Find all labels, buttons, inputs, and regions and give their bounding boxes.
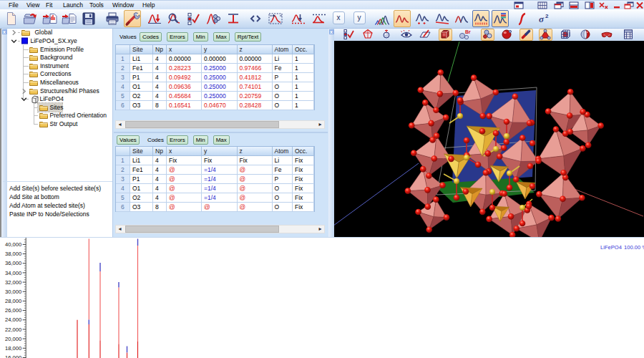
column-header-Occ.[interactable]: Occ. [293,45,314,54]
horizontal-scrollbar[interactable]: ◂▸ [115,120,325,129]
tab-min[interactable]: Min [193,32,208,42]
site-row-p1[interactable]: 3P14@=1/4@PFix [116,175,314,184]
cell-atom[interactable]: Fe [273,64,293,73]
background-curve-button[interactable] [434,10,451,27]
cell-x[interactable]: @ [167,203,202,212]
tab-max[interactable]: Max [213,135,230,145]
chevron-right-icon[interactable] [21,88,27,96]
win-new-window-icon[interactable] [514,1,524,9]
cell-y[interactable]: =1/4 [202,165,238,175]
scans-stack-button[interactable] [374,10,391,27]
cell-np[interactable]: 4 [153,82,167,92]
column-header-z[interactable]: z [238,45,273,54]
axis-y-button[interactable]: y [353,11,366,24]
cell-site[interactable]: Li1 [130,156,153,165]
peak-baseline-button[interactable] [310,10,327,27]
cell-occ[interactable]: 1 [293,82,314,92]
cell-x[interactable]: 0.45684 [167,92,202,101]
scrollbar-thumb[interactable] [125,226,279,233]
cell-occ[interactable]: Fix [293,184,314,193]
cell-site[interactable]: P1 [130,73,153,82]
cell-site[interactable]: O2 [130,193,153,203]
cell-site[interactable]: Fe1 [130,64,153,73]
new-document-button[interactable] [3,10,20,27]
cell-z[interactable]: 0.20759 [238,92,273,101]
cell-z[interactable]: Fix [238,156,273,165]
cell-np[interactable]: 4 [153,165,167,175]
atom-pin-button[interactable] [380,29,394,41]
column-header-Atom[interactable]: Atom [273,45,293,54]
column-header-Occ.[interactable]: Occ. [293,147,314,156]
action-add-site-s-before-selected-site-s-[interactable]: Add Site(s) before selected site(s) [9,184,101,193]
cell-atom[interactable]: Li [273,156,293,165]
calc-pattern-button[interactable] [394,10,411,27]
win-close-icon[interactable] [635,1,644,9]
cell-y[interactable]: 0.25000 [202,64,238,73]
site-row-o3[interactable]: 6O38@@@OFix [116,203,314,212]
code-editor-button[interactable] [247,10,264,27]
chevron-down-icon[interactable] [21,96,27,104]
column-header-x[interactable]: x [167,147,202,156]
difference-plot-button[interactable] [414,10,431,27]
cell-occ[interactable]: 1 [293,101,314,110]
tab-max[interactable]: Max [213,32,230,42]
tab-values[interactable]: Values [119,34,137,40]
cell-x[interactable]: 0.09492 [167,73,202,82]
cell-z[interactable]: @ [238,203,273,212]
column-header-rownum[interactable] [116,147,131,156]
cell-y[interactable]: =1/4 [202,175,238,184]
atom-spheres-button[interactable] [481,29,494,41]
obs-calc-overlay-button[interactable] [453,10,470,27]
tree-item-str-output[interactable]: Str Output [1,120,114,128]
tab-codes[interactable]: Codes [140,32,162,42]
cell-occ[interactable]: Fix [293,156,314,165]
cell-atom[interactable]: O [273,92,293,101]
cell-occ[interactable]: Fix [293,193,314,203]
cell-atom[interactable]: O [273,193,293,203]
cell-y[interactable]: =1/4 [202,193,238,203]
sigma-squared-button[interactable]: σ2 [535,10,552,27]
column-header-Site[interactable]: Site [130,147,153,156]
unit-cell-box-button[interactable] [439,29,452,41]
cell-y[interactable]: 0.04670 [202,101,238,110]
tree-item-global[interactable]: Global [1,29,114,37]
tab-errors[interactable]: Errors [167,135,188,145]
action-add-atom-at-selected-site-s-[interactable]: Add Atom at selected site(s) [9,201,85,210]
cell-z[interactable]: 0.74101 [238,82,273,92]
site-row-o2[interactable]: 5O24@=1/4@OFix [116,193,314,203]
site-row-o1[interactable]: 4O14@=1/4@OFix [116,184,314,193]
column-header-Np[interactable]: Np [153,45,167,54]
cell-site[interactable]: Li1 [130,54,153,64]
crystal-structure-3d-view[interactable] [334,41,644,237]
cell-site[interactable]: O3 [130,101,153,110]
cell-occ[interactable]: 1 [293,92,314,101]
action-add-site-at-bottom[interactable]: Add Site at bottom [9,193,59,201]
tree-item-corrections[interactable]: Corrections [1,70,114,78]
cell-z[interactable]: 0.00000 [238,54,273,64]
cell-x[interactable]: @ [167,165,202,175]
cell-np[interactable]: 4 [153,184,167,193]
polyhedra-style-button[interactable] [361,29,375,41]
tab-values[interactable]: Values [117,135,140,145]
view-eye-button[interactable] [400,29,414,41]
scrollbar-thumb[interactable] [125,121,279,128]
tree-item-sites[interactable]: Sites [1,104,114,112]
cell-atom[interactable]: P [273,175,293,184]
column-header-rownum[interactable] [116,45,131,54]
column-header-z[interactable]: z [238,147,273,156]
cell-y[interactable]: @ [202,203,238,212]
viewer-pane-close-icon[interactable]: x [329,29,334,34]
win-minimize-icon[interactable] [612,1,622,9]
column-header-y[interactable]: y [202,45,238,54]
peak-shift-button[interactable] [289,10,306,27]
cell-z[interactable]: @ [238,165,273,175]
cut-sphere-button[interactable] [579,29,592,41]
refine-wrench-button[interactable] [124,10,141,27]
cell-y[interactable]: 0.25000 [202,92,238,101]
cell-z[interactable]: 0.28428 [238,101,273,110]
cell-x[interactable]: @ [167,184,202,193]
cell-occ[interactable]: Fix [293,165,314,175]
tree-item-background[interactable]: Background [1,54,114,62]
site-row-fe1[interactable]: 2Fe140.282230.250000.97466Fe1 [116,64,314,73]
tree-item-instrument[interactable]: Instrument [1,62,114,70]
